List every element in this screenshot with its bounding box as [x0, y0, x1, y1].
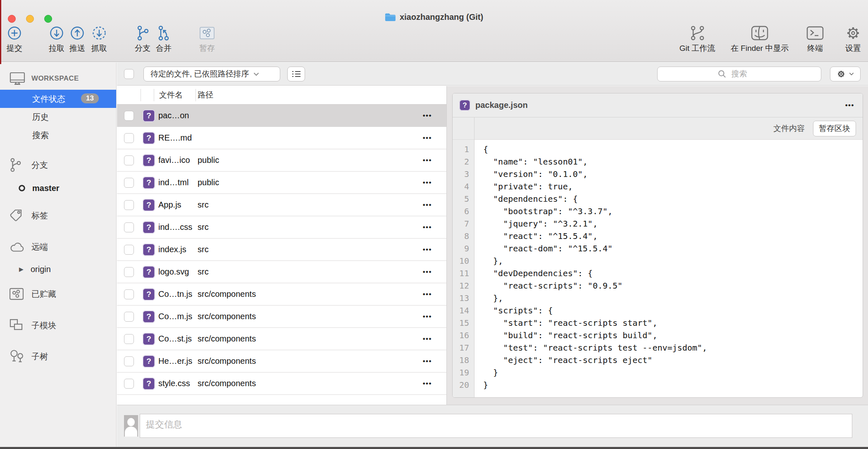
- pending-files-sort-dropdown[interactable]: 待定的文件, 已依照路径排序: [143, 67, 280, 81]
- row-menu-button[interactable]: •••: [423, 290, 432, 299]
- column-header-filename[interactable]: 文件名: [159, 90, 183, 100]
- stage-checkbox[interactable]: [124, 155, 134, 165]
- sidebar-section-submodules[interactable]: 子模块: [0, 316, 116, 334]
- sourcetree-window: xiaozhangzhang (Git) 提交 拉取 推送 抓取: [0, 0, 868, 449]
- line-text: "jquery": "^3.2.1",: [474, 217, 598, 230]
- actions-menu-button[interactable]: [830, 67, 861, 81]
- row-menu-button[interactable]: •••: [423, 179, 432, 187]
- stage-checkbox[interactable]: [124, 200, 134, 210]
- sidebar-item-search[interactable]: 搜索: [0, 126, 116, 144]
- table-row[interactable]: ? index.js src •••: [117, 239, 446, 261]
- terminal-icon: [801, 25, 830, 41]
- sidebar-item-remote-origin[interactable]: ▶ origin: [0, 261, 116, 277]
- stage-checkbox[interactable]: [124, 222, 134, 232]
- file-path: public: [198, 155, 423, 165]
- table-row[interactable]: ? Co…st.js src/components •••: [117, 328, 446, 350]
- table-row[interactable]: ? ind….css src •••: [117, 216, 446, 239]
- search-input[interactable]: [657, 67, 821, 81]
- sidebar-section-workspace: WORKSPACE: [0, 69, 116, 88]
- table-row[interactable]: ? He…er.js src/components •••: [117, 350, 446, 373]
- row-menu-button[interactable]: •••: [423, 335, 432, 343]
- row-menu-button[interactable]: •••: [423, 246, 432, 254]
- table-row[interactable]: ? style.css src/components •••: [117, 373, 446, 395]
- stage-checkbox[interactable]: [124, 334, 134, 344]
- sidebar-item-file-status[interactable]: 文件状态 13: [0, 90, 116, 108]
- code-line: 15 "start": "react-scripts start",: [453, 317, 863, 329]
- stage-checkbox[interactable]: [124, 111, 134, 121]
- untracked-status-icon: ?: [143, 377, 155, 390]
- settings-button[interactable]: 设置: [839, 25, 868, 54]
- stage-checkbox[interactable]: [124, 356, 134, 366]
- disclosure-triangle-icon[interactable]: ▶: [19, 266, 24, 272]
- sidebar-section-remotes[interactable]: 远端: [0, 238, 116, 256]
- row-menu-button[interactable]: •••: [423, 156, 432, 165]
- table-row[interactable]: ? Co…tn.js src/components •••: [117, 283, 446, 306]
- search-icon: [718, 70, 726, 78]
- code-line: 14 "scripts": {: [453, 304, 863, 317]
- table-row[interactable]: ? logo.svg src •••: [117, 261, 446, 283]
- cloud-icon: [9, 241, 26, 253]
- stage-checkbox[interactable]: [124, 178, 134, 188]
- table-row[interactable]: ? favi…ico public •••: [117, 149, 446, 172]
- sidebar-section-stashes[interactable]: 已贮藏: [0, 285, 116, 303]
- stage-checkbox[interactable]: [124, 267, 134, 277]
- merge-button[interactable]: 合并: [149, 25, 178, 54]
- tab-file-content[interactable]: 文件内容: [773, 123, 805, 134]
- row-menu-button[interactable]: •••: [423, 201, 432, 209]
- file-name: logo.svg: [158, 267, 198, 277]
- code-line: 17 "test": "react-scripts test --env=jsd…: [453, 342, 863, 354]
- sidebar-item-history[interactable]: 历史: [0, 108, 116, 126]
- minimize-button[interactable]: [26, 15, 34, 23]
- row-menu-button[interactable]: •••: [423, 112, 432, 120]
- untracked-status-icon: ?: [459, 100, 470, 111]
- file-list: 文件名 路径 ? pac…on ••• ? RE….md •••: [117, 86, 446, 405]
- row-menu-button[interactable]: •••: [423, 223, 432, 232]
- current-branch-icon: [18, 184, 26, 192]
- commit-message-input[interactable]: [140, 414, 852, 438]
- row-menu-button[interactable]: •••: [423, 357, 432, 365]
- stash-button[interactable]: 暂存: [193, 25, 222, 54]
- code-lines: 1 { 2 "name": "lesson01", 3 "v: [453, 143, 863, 391]
- sidebar-section-subtrees[interactable]: 子树: [0, 347, 116, 366]
- tab-staged-chunks[interactable]: 暂存区块: [813, 121, 856, 136]
- show-in-finder-button[interactable]: 在 Finder 中显示: [718, 25, 801, 54]
- untracked-status-icon: ?: [143, 355, 155, 368]
- stage-checkbox[interactable]: [124, 312, 134, 322]
- sidebar-section-branches[interactable]: 分支: [0, 156, 116, 174]
- line-text: },: [474, 292, 503, 304]
- stage-checkbox[interactable]: [124, 245, 134, 255]
- stage-checkbox[interactable]: [124, 289, 134, 299]
- untracked-status-icon: ?: [143, 154, 155, 167]
- sidebar-section-tags[interactable]: 标签: [0, 206, 116, 224]
- row-menu-button[interactable]: •••: [423, 268, 432, 276]
- line-number: 8: [453, 230, 474, 242]
- sidebar-item-branch-master[interactable]: master: [0, 180, 116, 196]
- row-menu-button[interactable]: •••: [423, 313, 432, 321]
- table-row[interactable]: ? App.js src •••: [117, 194, 446, 216]
- code-line: 12 "react-scripts": "0.9.5": [453, 279, 863, 292]
- file-name: Co…tn.js: [158, 289, 198, 299]
- close-button[interactable]: [8, 15, 16, 23]
- table-row[interactable]: ? Co…m.js src/components •••: [117, 306, 446, 328]
- untracked-status-icon: ?: [143, 333, 155, 345]
- select-all-checkbox[interactable]: [124, 69, 134, 79]
- stage-checkbox[interactable]: [124, 133, 134, 143]
- terminal-button[interactable]: 终端: [801, 25, 830, 54]
- table-row[interactable]: ? RE….md •••: [117, 127, 446, 149]
- preview-menu-button[interactable]: •••: [845, 101, 854, 110]
- gitflow-button[interactable]: Git 工作流: [670, 25, 724, 54]
- column-header-path[interactable]: 路径: [198, 90, 213, 100]
- merge-icon: [149, 25, 178, 41]
- folder-icon: [385, 13, 396, 21]
- table-row[interactable]: ? pac…on •••: [117, 105, 446, 127]
- stage-checkbox[interactable]: [124, 379, 134, 389]
- untracked-status-icon: ?: [143, 199, 155, 211]
- zoom-button[interactable]: [44, 15, 52, 23]
- commit-button[interactable]: 提交: [0, 25, 29, 54]
- table-row[interactable]: ? ind…tml public •••: [117, 172, 446, 194]
- line-text: "private": true,: [474, 180, 573, 193]
- row-menu-button[interactable]: •••: [423, 380, 432, 388]
- view-mode-button[interactable]: [287, 67, 305, 81]
- row-menu-button[interactable]: •••: [423, 134, 432, 142]
- fetch-button[interactable]: 抓取: [85, 25, 114, 54]
